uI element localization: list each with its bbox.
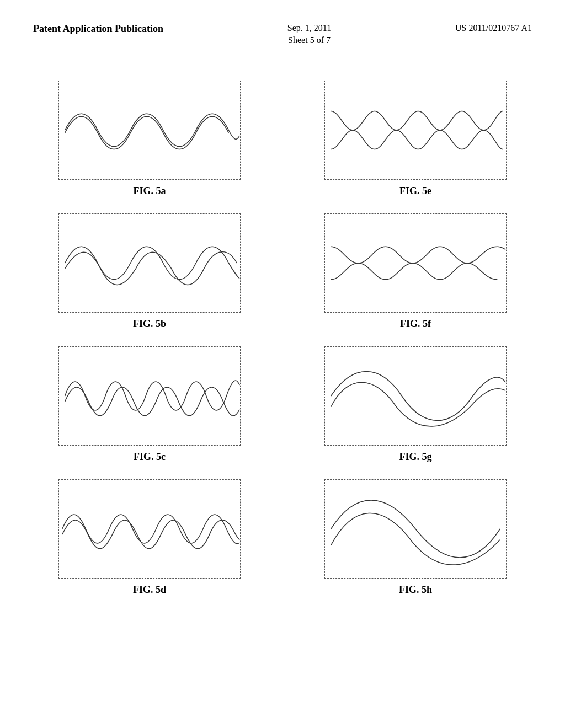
figures-grid: FIG. 5a FIG. 5e FIG. 5b [0, 58, 565, 618]
figure-5f-group: FIG. 5f [324, 213, 507, 330]
header-date: Sep. 1, 2011 [287, 23, 331, 33]
figure-5c-group: FIG. 5c [58, 346, 241, 463]
figure-5b-group: FIG. 5b [58, 213, 241, 330]
figure-5f-label: FIG. 5f [400, 318, 431, 330]
header-patent-number: US 2011/0210767 A1 [455, 22, 532, 34]
figure-5e-box [324, 81, 507, 180]
figure-5d-group: FIG. 5d [58, 479, 241, 596]
figure-5g-box [324, 346, 507, 446]
figure-5c-label: FIG. 5c [134, 451, 166, 463]
figure-5d-label: FIG. 5d [133, 584, 166, 596]
page-header: Patent Application Publication Sep. 1, 2… [0, 0, 565, 58]
figure-5h-group: FIG. 5h [324, 479, 507, 596]
figure-5h-label: FIG. 5h [399, 584, 432, 596]
figure-5f-box [324, 213, 507, 313]
figure-5e-label: FIG. 5e [399, 185, 431, 197]
figure-5b-box [58, 213, 241, 313]
header-publication-title: Patent Application Publication [33, 22, 163, 36]
figure-5a-label: FIG. 5a [133, 185, 166, 197]
figure-5a-box [58, 81, 241, 180]
figure-5d-box [58, 479, 241, 579]
figure-5c-box [58, 346, 241, 446]
figure-5g-label: FIG. 5g [399, 451, 431, 463]
figure-5g-group: FIG. 5g [324, 346, 507, 463]
figure-5e-group: FIG. 5e [324, 81, 507, 197]
figure-5a-group: FIG. 5a [58, 81, 241, 197]
figure-5b-label: FIG. 5b [133, 318, 166, 330]
header-date-sheet: Sep. 1, 2011 Sheet 5 of 7 [287, 22, 331, 47]
figure-5h-box [324, 479, 507, 579]
header-sheet: Sheet 5 of 7 [288, 35, 331, 45]
